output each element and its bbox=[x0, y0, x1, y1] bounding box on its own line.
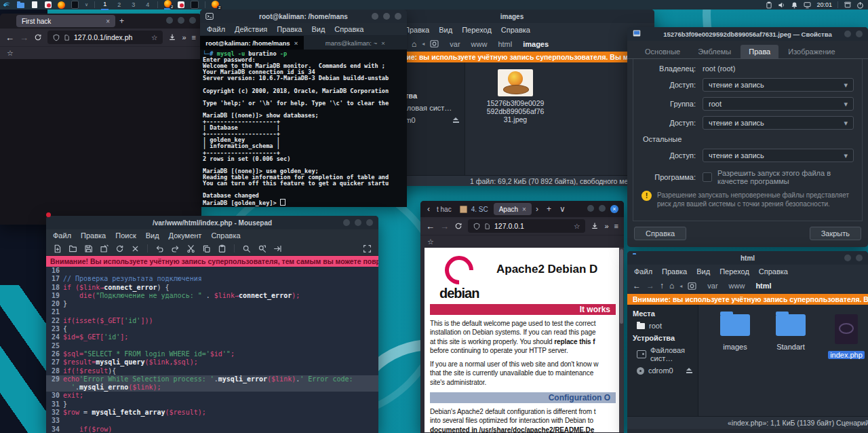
close-tab-icon[interactable]: × bbox=[381, 39, 385, 47]
menu-item[interactable]: Переход bbox=[462, 26, 492, 34]
tab-first-hack[interactable]: First hack × bbox=[16, 15, 115, 27]
media-icon[interactable] bbox=[430, 40, 439, 48]
breadcrumb-item[interactable]: html bbox=[492, 39, 517, 49]
minimize-button[interactable] bbox=[372, 13, 378, 20]
mousepad-window-button[interactable] bbox=[178, 1, 184, 9]
close-button[interactable] bbox=[366, 219, 373, 226]
maximize-button[interactable] bbox=[599, 205, 606, 212]
workspace-button[interactable]: 3 bbox=[130, 1, 137, 10]
title-bar[interactable]: html bbox=[627, 251, 868, 265]
tab-Изображение[interactable]: Изображение bbox=[780, 45, 843, 58]
sidebar-item[interactable]: root bbox=[627, 320, 698, 332]
new-tab-button[interactable]: + bbox=[115, 16, 128, 26]
forward-icon[interactable]: → bbox=[646, 281, 654, 290]
url-bar[interactable]: 127.0.0.1/index.ph ☆ bbox=[47, 31, 163, 44]
workspace-button[interactable]: 1 bbox=[101, 0, 108, 10]
reload-button[interactable] bbox=[454, 222, 462, 230]
file-item-jpeg[interactable]: 15276b3f09e0029 592db899056af76 31.jpeg bbox=[483, 69, 548, 124]
eject-icon[interactable] bbox=[686, 368, 692, 373]
minimize-button[interactable] bbox=[166, 17, 173, 24]
menu-item[interactable]: Вид bbox=[696, 267, 710, 276]
maximize-button[interactable] bbox=[178, 17, 184, 24]
page-content[interactable] bbox=[0, 59, 201, 225]
code-editor[interactable]: 16 17// Проверка результата подключения1… bbox=[46, 267, 378, 433]
menu-item[interactable]: Вид bbox=[439, 26, 452, 34]
extensions-icon[interactable]: » bbox=[604, 222, 608, 230]
title-bar[interactable]: /var/www/html/index.php - Mousepad bbox=[46, 216, 378, 229]
forward-button[interactable]: → bbox=[20, 33, 28, 43]
terminal-icon[interactable] bbox=[71, 1, 79, 9]
file-list[interactable]: imagesStandartindex.php bbox=[698, 305, 868, 416]
menu-item[interactable]: Переход bbox=[719, 267, 749, 276]
menu-item[interactable]: Файл bbox=[53, 231, 71, 240]
eject-icon[interactable] bbox=[453, 117, 459, 123]
close-button[interactable] bbox=[395, 13, 401, 20]
minimize-button[interactable] bbox=[844, 31, 851, 37]
extensions-icon[interactable]: » bbox=[182, 33, 186, 41]
allow-execute-checkbox[interactable] bbox=[703, 172, 712, 182]
open-icon[interactable] bbox=[67, 243, 79, 254]
tab-root-session[interactable]: root@kaliman: /home/mans× bbox=[200, 36, 304, 50]
menu-item[interactable]: Справка bbox=[759, 267, 788, 276]
menu-item[interactable]: Справка bbox=[211, 231, 240, 240]
tab-user-session[interactable]: mans@kaliman: ~× bbox=[304, 36, 408, 50]
owner-access-select[interactable]: чтение и запись▾ bbox=[703, 78, 854, 92]
terminal-output[interactable]: └─# mysql -u buratino -pEnter password: … bbox=[200, 50, 407, 207]
media-icon[interactable] bbox=[688, 282, 696, 290]
scroll-tabs-left-icon[interactable]: ‹ bbox=[423, 204, 434, 214]
title-bar[interactable]: 15276b3f09e0029592db899056af7631.jpeg — … bbox=[627, 27, 868, 41]
paste-icon[interactable] bbox=[216, 243, 228, 254]
close-dialog-button[interactable]: Закрыть bbox=[810, 227, 861, 240]
minimize-button[interactable] bbox=[844, 255, 851, 261]
close-button[interactable] bbox=[856, 31, 863, 37]
chevron-down-icon[interactable]: ∨ bbox=[85, 2, 88, 7]
crumb-scroll-icon[interactable]: ◂ bbox=[679, 283, 682, 289]
reload-icon[interactable] bbox=[114, 243, 125, 254]
bookmark-star-icon[interactable]: ☆ bbox=[151, 33, 157, 41]
findrep-icon[interactable] bbox=[256, 243, 268, 254]
crumb-scroll-icon[interactable]: ◂ bbox=[422, 41, 425, 47]
firefox-window-button[interactable]: 2 bbox=[212, 1, 219, 9]
menu-item[interactable]: Вид bbox=[311, 25, 325, 33]
menu-item[interactable]: Вид bbox=[146, 231, 159, 240]
find-icon[interactable] bbox=[241, 243, 252, 254]
import-bookmarks-icon[interactable]: ☆ bbox=[427, 238, 434, 246]
mousepad-icon[interactable] bbox=[44, 1, 52, 9]
power-icon[interactable] bbox=[856, 1, 864, 9]
download-icon[interactable] bbox=[168, 33, 176, 41]
menu-item[interactable]: Правка bbox=[662, 267, 687, 276]
kali-menu-icon[interactable] bbox=[3, 1, 11, 9]
maximize-button[interactable] bbox=[355, 219, 361, 226]
menu-item[interactable]: Справка bbox=[334, 25, 363, 33]
up-icon[interactable]: ↑ bbox=[660, 281, 664, 290]
scroll-tabs-right-icon[interactable]: › bbox=[532, 204, 542, 214]
tab-document[interactable]: 4. SC bbox=[454, 203, 494, 215]
menu-item[interactable]: Справка bbox=[501, 26, 530, 34]
terminal-window-button[interactable] bbox=[191, 1, 199, 10]
breadcrumb-item[interactable]: var bbox=[444, 39, 465, 49]
new-tab-button[interactable]: + bbox=[542, 204, 555, 214]
text-editor-icon[interactable] bbox=[31, 1, 38, 9]
undo-icon[interactable] bbox=[154, 243, 165, 254]
bookmark-star-icon[interactable]: ☆ bbox=[574, 222, 580, 230]
breadcrumb-item[interactable]: html bbox=[750, 281, 776, 290]
forward-button[interactable]: → bbox=[440, 221, 449, 231]
file-item-index.php[interactable]: index.php bbox=[825, 314, 868, 360]
display-icon[interactable] bbox=[804, 1, 811, 9]
cut-icon[interactable] bbox=[185, 243, 197, 254]
volume-icon[interactable] bbox=[778, 1, 785, 9]
clock[interactable]: 20:01 bbox=[816, 1, 832, 8]
group-select[interactable]: root▾ bbox=[703, 97, 854, 111]
back-icon[interactable]: ← bbox=[633, 281, 641, 290]
scrollbar-thumb[interactable] bbox=[620, 249, 623, 324]
redo-icon[interactable] bbox=[170, 243, 181, 254]
notifications-bell-icon[interactable] bbox=[791, 1, 798, 9]
home-icon[interactable]: ⌂ bbox=[669, 281, 674, 290]
new-icon[interactable] bbox=[52, 243, 63, 254]
goto-icon[interactable] bbox=[272, 243, 283, 254]
close-tab-icon[interactable]: × bbox=[294, 39, 298, 47]
tab-apache[interactable]: Apach × bbox=[494, 203, 532, 215]
list-tabs-icon[interactable]: ∨ bbox=[555, 204, 570, 214]
breadcrumb-item[interactable]: var bbox=[702, 281, 723, 290]
help-button[interactable]: Справка bbox=[634, 227, 686, 240]
